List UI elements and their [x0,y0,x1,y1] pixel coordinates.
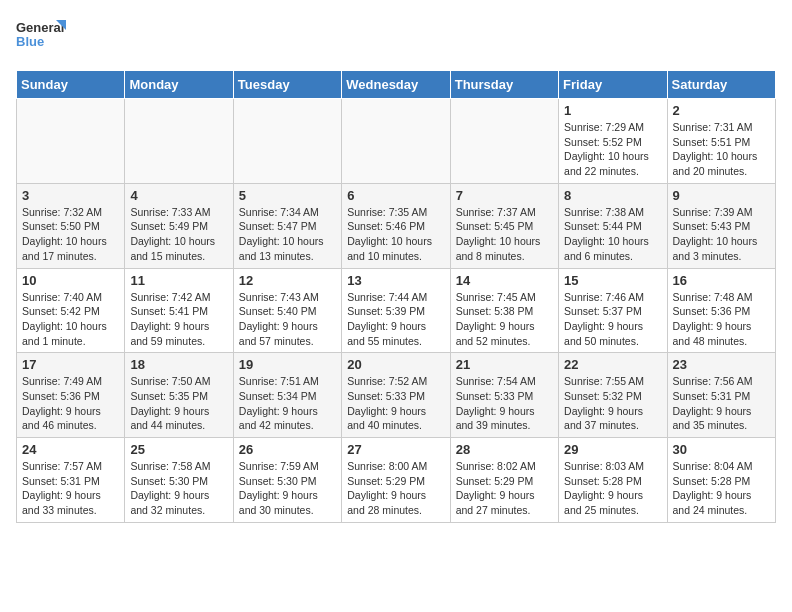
day-number: 22 [564,357,661,372]
day-info: Sunrise: 7:38 AM Sunset: 5:44 PM Dayligh… [564,205,661,264]
day-number: 27 [347,442,444,457]
day-info: Sunrise: 7:35 AM Sunset: 5:46 PM Dayligh… [347,205,444,264]
day-number: 9 [673,188,770,203]
calendar-cell: 12Sunrise: 7:43 AM Sunset: 5:40 PM Dayli… [233,268,341,353]
day-info: Sunrise: 7:52 AM Sunset: 5:33 PM Dayligh… [347,374,444,433]
day-info: Sunrise: 7:51 AM Sunset: 5:34 PM Dayligh… [239,374,336,433]
calendar-cell: 26Sunrise: 7:59 AM Sunset: 5:30 PM Dayli… [233,438,341,523]
weekday-header: Tuesday [233,71,341,99]
calendar-cell: 27Sunrise: 8:00 AM Sunset: 5:29 PM Dayli… [342,438,450,523]
calendar-cell: 20Sunrise: 7:52 AM Sunset: 5:33 PM Dayli… [342,353,450,438]
calendar-cell: 18Sunrise: 7:50 AM Sunset: 5:35 PM Dayli… [125,353,233,438]
calendar-cell: 23Sunrise: 7:56 AM Sunset: 5:31 PM Dayli… [667,353,775,438]
day-info: Sunrise: 7:49 AM Sunset: 5:36 PM Dayligh… [22,374,119,433]
calendar-cell: 10Sunrise: 7:40 AM Sunset: 5:42 PM Dayli… [17,268,125,353]
calendar-cell: 16Sunrise: 7:48 AM Sunset: 5:36 PM Dayli… [667,268,775,353]
calendar-week-row: 3Sunrise: 7:32 AM Sunset: 5:50 PM Daylig… [17,183,776,268]
day-info: Sunrise: 7:42 AM Sunset: 5:41 PM Dayligh… [130,290,227,349]
svg-text:General: General [16,20,64,35]
weekday-header: Friday [559,71,667,99]
day-info: Sunrise: 8:04 AM Sunset: 5:28 PM Dayligh… [673,459,770,518]
day-info: Sunrise: 7:31 AM Sunset: 5:51 PM Dayligh… [673,120,770,179]
day-info: Sunrise: 7:48 AM Sunset: 5:36 PM Dayligh… [673,290,770,349]
day-info: Sunrise: 7:56 AM Sunset: 5:31 PM Dayligh… [673,374,770,433]
day-info: Sunrise: 7:44 AM Sunset: 5:39 PM Dayligh… [347,290,444,349]
calendar-header: SundayMondayTuesdayWednesdayThursdayFrid… [17,71,776,99]
calendar-cell: 4Sunrise: 7:33 AM Sunset: 5:49 PM Daylig… [125,183,233,268]
calendar-cell: 8Sunrise: 7:38 AM Sunset: 5:44 PM Daylig… [559,183,667,268]
day-number: 21 [456,357,553,372]
calendar-cell: 14Sunrise: 7:45 AM Sunset: 5:38 PM Dayli… [450,268,558,353]
calendar-cell: 25Sunrise: 7:58 AM Sunset: 5:30 PM Dayli… [125,438,233,523]
page-header: General Blue [16,16,776,58]
day-info: Sunrise: 7:33 AM Sunset: 5:49 PM Dayligh… [130,205,227,264]
calendar-cell: 30Sunrise: 8:04 AM Sunset: 5:28 PM Dayli… [667,438,775,523]
day-number: 20 [347,357,444,372]
calendar-body: 1Sunrise: 7:29 AM Sunset: 5:52 PM Daylig… [17,99,776,523]
day-info: Sunrise: 7:55 AM Sunset: 5:32 PM Dayligh… [564,374,661,433]
day-info: Sunrise: 8:03 AM Sunset: 5:28 PM Dayligh… [564,459,661,518]
calendar-cell: 9Sunrise: 7:39 AM Sunset: 5:43 PM Daylig… [667,183,775,268]
day-info: Sunrise: 7:50 AM Sunset: 5:35 PM Dayligh… [130,374,227,433]
day-number: 5 [239,188,336,203]
day-number: 30 [673,442,770,457]
calendar-cell: 24Sunrise: 7:57 AM Sunset: 5:31 PM Dayli… [17,438,125,523]
day-info: Sunrise: 7:57 AM Sunset: 5:31 PM Dayligh… [22,459,119,518]
day-number: 11 [130,273,227,288]
calendar-cell: 13Sunrise: 7:44 AM Sunset: 5:39 PM Dayli… [342,268,450,353]
calendar-week-row: 24Sunrise: 7:57 AM Sunset: 5:31 PM Dayli… [17,438,776,523]
day-info: Sunrise: 7:54 AM Sunset: 5:33 PM Dayligh… [456,374,553,433]
calendar-cell [342,99,450,184]
calendar-cell: 22Sunrise: 7:55 AM Sunset: 5:32 PM Dayli… [559,353,667,438]
calendar-cell: 15Sunrise: 7:46 AM Sunset: 5:37 PM Dayli… [559,268,667,353]
day-number: 12 [239,273,336,288]
day-number: 24 [22,442,119,457]
day-info: Sunrise: 8:02 AM Sunset: 5:29 PM Dayligh… [456,459,553,518]
day-info: Sunrise: 7:29 AM Sunset: 5:52 PM Dayligh… [564,120,661,179]
day-number: 17 [22,357,119,372]
day-info: Sunrise: 7:40 AM Sunset: 5:42 PM Dayligh… [22,290,119,349]
svg-text:Blue: Blue [16,34,44,49]
weekday-header: Thursday [450,71,558,99]
weekday-header: Monday [125,71,233,99]
logo: General Blue [16,16,66,58]
day-number: 23 [673,357,770,372]
day-number: 19 [239,357,336,372]
calendar-cell: 29Sunrise: 8:03 AM Sunset: 5:28 PM Dayli… [559,438,667,523]
day-info: Sunrise: 8:00 AM Sunset: 5:29 PM Dayligh… [347,459,444,518]
day-number: 4 [130,188,227,203]
day-info: Sunrise: 7:39 AM Sunset: 5:43 PM Dayligh… [673,205,770,264]
calendar-cell: 2Sunrise: 7:31 AM Sunset: 5:51 PM Daylig… [667,99,775,184]
day-number: 29 [564,442,661,457]
calendar-week-row: 17Sunrise: 7:49 AM Sunset: 5:36 PM Dayli… [17,353,776,438]
calendar-cell [450,99,558,184]
weekday-header: Sunday [17,71,125,99]
weekday-header: Wednesday [342,71,450,99]
day-number: 26 [239,442,336,457]
calendar-cell [233,99,341,184]
day-info: Sunrise: 7:59 AM Sunset: 5:30 PM Dayligh… [239,459,336,518]
calendar-cell: 1Sunrise: 7:29 AM Sunset: 5:52 PM Daylig… [559,99,667,184]
calendar-cell: 6Sunrise: 7:35 AM Sunset: 5:46 PM Daylig… [342,183,450,268]
day-info: Sunrise: 7:46 AM Sunset: 5:37 PM Dayligh… [564,290,661,349]
calendar-table: SundayMondayTuesdayWednesdayThursdayFrid… [16,70,776,523]
calendar-cell: 19Sunrise: 7:51 AM Sunset: 5:34 PM Dayli… [233,353,341,438]
day-number: 6 [347,188,444,203]
calendar-cell: 28Sunrise: 8:02 AM Sunset: 5:29 PM Dayli… [450,438,558,523]
day-number: 15 [564,273,661,288]
day-number: 13 [347,273,444,288]
day-number: 3 [22,188,119,203]
day-number: 7 [456,188,553,203]
day-info: Sunrise: 7:34 AM Sunset: 5:47 PM Dayligh… [239,205,336,264]
header-row: SundayMondayTuesdayWednesdayThursdayFrid… [17,71,776,99]
calendar-cell: 5Sunrise: 7:34 AM Sunset: 5:47 PM Daylig… [233,183,341,268]
logo-svg: General Blue [16,16,66,58]
day-number: 8 [564,188,661,203]
day-info: Sunrise: 7:45 AM Sunset: 5:38 PM Dayligh… [456,290,553,349]
calendar-week-row: 10Sunrise: 7:40 AM Sunset: 5:42 PM Dayli… [17,268,776,353]
calendar-week-row: 1Sunrise: 7:29 AM Sunset: 5:52 PM Daylig… [17,99,776,184]
calendar-cell: 21Sunrise: 7:54 AM Sunset: 5:33 PM Dayli… [450,353,558,438]
calendar-cell [125,99,233,184]
calendar-cell [17,99,125,184]
day-number: 1 [564,103,661,118]
